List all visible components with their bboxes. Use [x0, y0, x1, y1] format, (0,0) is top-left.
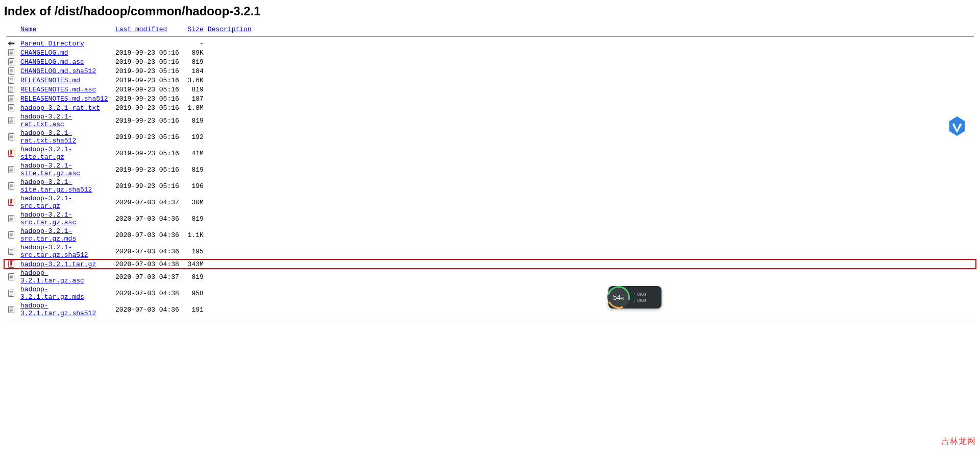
file-row: RELEASENOTES.md.sha5122019-09-23 05:1618…: [4, 94, 976, 103]
file-link[interactable]: hadoop-3.2.1-site.tar.gz.sha512: [20, 178, 92, 194]
file-modified: 2019-09-23 05:16: [113, 48, 181, 57]
file-size: 819: [181, 85, 206, 94]
svg-rect-5: [8, 59, 14, 65]
file-link[interactable]: hadoop-3.2.1-rat.txt.asc: [20, 113, 72, 128]
text-file-icon: [7, 67, 15, 75]
archive-icon: [7, 260, 15, 268]
file-description: [206, 85, 976, 94]
file-size: 191: [181, 301, 206, 318]
file-description: [206, 301, 976, 318]
file-link[interactable]: RELEASENOTES.md: [20, 77, 80, 84]
text-file-icon: [7, 231, 15, 239]
parent-size: -: [181, 39, 206, 48]
file-link[interactable]: CHANGELOG.md.asc: [20, 58, 84, 66]
file-link[interactable]: hadoop-3.2.1.tar.gz.asc: [20, 269, 84, 285]
file-row: hadoop-3.2.1-site.tar.gz.sha5122019-09-2…: [4, 178, 976, 194]
file-row: hadoop-3.2.1-src.tar.gz.asc2020-07-03 04…: [4, 210, 976, 227]
file-modified: 2020-07-03 04:36: [113, 301, 181, 318]
file-link[interactable]: hadoop-3.2.1-site.tar.gz: [20, 146, 72, 161]
header-name[interactable]: Name: [20, 26, 36, 33]
text-file-icon: [7, 58, 15, 65]
file-link[interactable]: CHANGELOG.md.sha512: [20, 67, 96, 75]
file-link[interactable]: hadoop-3.2.1-src.tar.gz.asc: [20, 211, 76, 226]
file-modified: 2020-07-03 04:38: [113, 285, 181, 301]
file-link[interactable]: hadoop-3.2.1.tar.gz.mds: [20, 286, 84, 301]
svg-rect-78: [10, 265, 12, 266]
text-file-icon: [7, 94, 15, 102]
page-title: Index of /dist/hadoop/common/hadoop-3.2.…: [4, 4, 976, 18]
file-link[interactable]: hadoop-3.2.1-site.tar.gz.asc: [20, 162, 80, 177]
file-description: [206, 243, 976, 259]
file-size: 3.6K: [181, 76, 206, 85]
file-description: [206, 194, 976, 210]
file-row: hadoop-3.2.1.tar.gz.asc2020-07-03 04:378…: [4, 269, 976, 285]
header-size[interactable]: Size: [188, 26, 204, 33]
svg-rect-71: [8, 248, 14, 255]
file-description: [206, 103, 976, 112]
parent-directory-link[interactable]: Parent Directory: [20, 40, 84, 48]
speed-gauge: 54%: [607, 286, 630, 309]
file-row: CHANGELOG.md2019-09-23 05:1689K: [4, 48, 976, 57]
file-modified: 2019-09-23 05:16: [113, 103, 181, 112]
network-speed-widget[interactable]: 54% ↑0K/s ↓0K/s: [608, 286, 662, 309]
file-link[interactable]: RELEASENOTES.md.asc: [20, 86, 96, 93]
file-link[interactable]: hadoop-3.2.1-src.tar.gz: [20, 195, 72, 210]
download-manager-icon[interactable]: [947, 115, 967, 137]
file-size: 89K: [181, 48, 206, 57]
file-row: RELEASENOTES.md2019-09-23 05:163.6K: [4, 76, 976, 85]
file-size: 1.8M: [181, 103, 206, 112]
file-size: 1.1K: [181, 227, 206, 243]
file-modified: 2019-09-23 05:16: [113, 145, 181, 161]
parent-directory-row: Parent Directory -: [4, 39, 976, 48]
file-description: [206, 57, 976, 66]
file-modified: 2019-09-23 05:16: [113, 178, 181, 194]
file-description: [206, 94, 976, 103]
file-row: hadoop-3.2.1-src.tar.gz2020-07-03 04:373…: [4, 194, 976, 210]
file-link[interactable]: hadoop-3.2.1-src.tar.gz.mds: [20, 227, 76, 243]
file-modified: 2020-07-03 04:37: [113, 269, 181, 285]
text-file-icon: [7, 116, 15, 124]
file-description: [206, 66, 976, 76]
file-link[interactable]: hadoop-3.2.1-rat.txt.sha512: [20, 129, 76, 145]
file-link[interactable]: hadoop-3.2.1.tar.gz: [20, 260, 96, 268]
text-file-icon: [7, 182, 15, 190]
file-link[interactable]: hadoop-3.2.1.tar.gz.sha512: [20, 302, 96, 317]
file-link[interactable]: hadoop-3.2.1-src.tar.gz.sha512: [20, 244, 88, 259]
svg-rect-20: [8, 86, 14, 93]
svg-rect-46: [10, 150, 12, 154]
file-size: 819: [181, 269, 206, 285]
file-modified: 2019-09-23 05:16: [113, 161, 181, 178]
archive-icon: [7, 198, 15, 206]
file-size: 184: [181, 66, 206, 76]
file-row: hadoop-3.2.1.tar.gz.sha5122020-07-03 04:…: [4, 301, 976, 318]
file-description: [206, 48, 976, 57]
svg-rect-10: [8, 68, 14, 75]
svg-rect-59: [10, 199, 12, 203]
text-file-icon: [7, 49, 15, 56]
file-size: 819: [181, 112, 206, 129]
file-row: CHANGELOG.md.asc2019-09-23 05:16819: [4, 57, 976, 66]
file-link[interactable]: CHANGELOG.md: [20, 49, 68, 57]
text-file-icon: [7, 289, 15, 297]
back-icon: [7, 39, 15, 47]
text-file-icon: [7, 133, 15, 140]
upload-rate: ↑0K/s: [633, 292, 662, 297]
download-rate: ↓0K/s: [633, 298, 662, 303]
file-description: [206, 145, 976, 161]
file-size: 41M: [181, 145, 206, 161]
file-modified: 2019-09-23 05:16: [113, 66, 181, 76]
file-description: [206, 178, 976, 194]
arrow-up-icon: ↑: [633, 292, 635, 297]
file-link[interactable]: hadoop-3.2.1-rat.txt: [20, 104, 100, 112]
svg-rect-84: [8, 290, 14, 297]
file-size: 30M: [181, 194, 206, 210]
file-size: 819: [181, 57, 206, 66]
file-link[interactable]: RELEASENOTES.md.sha512: [20, 95, 108, 103]
header-description[interactable]: Description: [208, 26, 252, 33]
svg-rect-30: [8, 105, 14, 111]
file-modified: 2020-07-03 04:36: [113, 243, 181, 259]
text-file-icon: [7, 85, 15, 93]
svg-rect-66: [8, 232, 14, 239]
text-file-icon: [7, 76, 15, 84]
header-last-modified[interactable]: Last modified: [115, 26, 167, 33]
